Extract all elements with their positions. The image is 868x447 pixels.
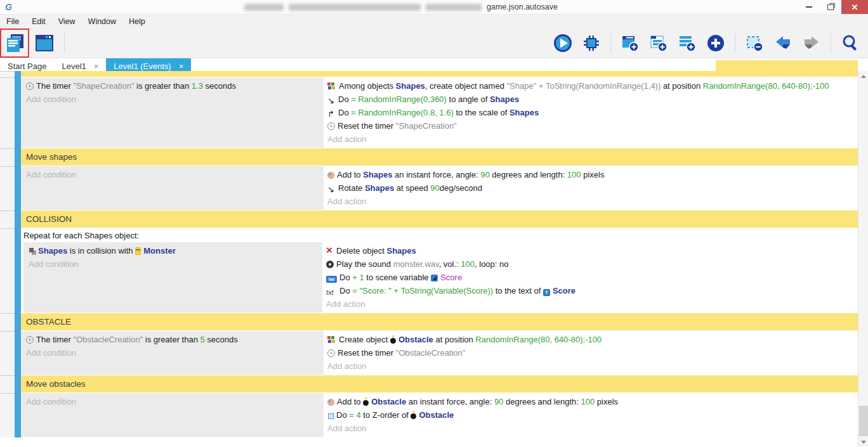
menu-file[interactable]: File — [0, 17, 25, 26]
text-segment: Do — [339, 273, 352, 282]
tab-close-icon[interactable]: × — [179, 62, 184, 71]
close-button[interactable]: ✕ — [841, 0, 868, 14]
group-header[interactable]: OBSTACLE — [21, 313, 868, 330]
event-selection-bar[interactable] — [15, 228, 21, 313]
scene-editor-icon[interactable] — [33, 32, 56, 55]
scrollbar-thumb[interactable] — [859, 406, 868, 436]
add-condition-link[interactable]: Add condition — [29, 257, 319, 271]
tab-close-icon[interactable]: × — [94, 62, 99, 71]
play-button[interactable] — [551, 32, 574, 55]
event-row: Add conditionAdd to Obstacle an instant … — [0, 393, 868, 437]
event-selection-bar[interactable] — [15, 77, 21, 148]
add-comment-button[interactable] — [676, 32, 699, 55]
add-other-event-button[interactable] — [704, 32, 727, 55]
action-line[interactable]: Do = "Score: " + ToString(Variable(Score… — [326, 284, 864, 297]
scroll-up-arrow-icon[interactable] — [858, 71, 868, 81]
add-subevent-button[interactable] — [647, 32, 670, 55]
text-segment: an instant force, angle: — [392, 170, 480, 179]
action-line[interactable]: Rotate Shapes at speed 90deg/second — [327, 181, 864, 195]
add-action-link[interactable]: Add action — [326, 297, 864, 311]
event-selection-bar[interactable] — [15, 331, 21, 375]
minimize-button[interactable] — [798, 0, 820, 14]
group-label: COLLISION — [26, 214, 72, 224]
group-header[interactable]: COLLISION — [21, 211, 868, 228]
tab-label: Start Page — [8, 62, 46, 71]
row-body: COLLISION — [21, 211, 868, 228]
add-condition-link[interactable]: Add condition — [26, 168, 320, 181]
add-action-link[interactable]: Add action — [327, 422, 864, 435]
text-segment: , loop: — [475, 259, 499, 269]
action-line[interactable]: Reset the timer "ShapeCreation" — [327, 119, 864, 133]
text-segment: seconds — [205, 335, 238, 344]
vertical-scrollbar[interactable] — [858, 71, 868, 447]
event-row: The timer "ObstacleCreation" is greater … — [0, 331, 868, 375]
action-line[interactable]: Do = RandomInRange(0,360) to angle of Sh… — [327, 93, 864, 106]
event-selection-bar[interactable] — [15, 393, 21, 437]
group-row: Move shapes — [0, 148, 868, 166]
event-selection-bar[interactable] — [15, 375, 21, 393]
restore-button[interactable] — [820, 0, 841, 14]
window-controls: ✕ — [798, 0, 868, 14]
window-title-text: game.json.autosave — [487, 3, 558, 11]
event-selection-bar[interactable] — [15, 313, 21, 331]
add-event-button[interactable] — [619, 32, 641, 55]
menu-window[interactable]: Window — [82, 17, 122, 26]
debug-button[interactable] — [580, 32, 603, 55]
text-segment: Obstacle — [419, 410, 454, 420]
text-segment: seconds — [203, 81, 236, 91]
action-line[interactable]: Create object Obstacle at position Rando… — [327, 333, 864, 346]
action-line[interactable]: Do = 4 to Z-order of Obstacle — [327, 408, 864, 422]
text-segment: = 4 — [349, 410, 360, 420]
event-selection-bar[interactable] — [15, 71, 21, 77]
add-condition-link[interactable]: Add condition — [26, 93, 320, 106]
event-gutter — [0, 148, 15, 166]
group-label: Move obstacles — [26, 379, 86, 389]
action-line[interactable]: Add to Shapes an instant force, angle: 9… — [327, 168, 864, 181]
add-condition-link[interactable]: Add condition — [26, 395, 320, 408]
condition-line[interactable]: The timer "ObstacleCreation" is greater … — [26, 333, 320, 346]
text-segment: an instant force, angle: — [406, 397, 494, 406]
add-action-link[interactable]: Add action — [327, 195, 864, 208]
remove-event-button[interactable] — [743, 32, 766, 55]
group-header[interactable]: Move obstacles — [21, 375, 868, 392]
menu-help[interactable]: Help — [122, 17, 152, 26]
monster-icon — [135, 247, 141, 255]
action-line[interactable]: Do + 1 to scene variable Score — [326, 271, 864, 284]
actions-cell: Create object Obstacle at position Rando… — [324, 331, 868, 375]
group-header[interactable]: Move shapes — [21, 148, 868, 165]
event-selection-bar[interactable] — [15, 166, 21, 211]
redo-button[interactable] — [800, 32, 823, 55]
action-line[interactable]: Reset the timer "ObstacleCreation" — [327, 346, 864, 360]
action-line[interactable]: Among objects Shapes, create object name… — [327, 79, 864, 93]
add-action-link[interactable]: Add action — [327, 133, 864, 146]
repeat-header[interactable]: Repeat for each Shapes object: — [21, 228, 868, 242]
condition-line[interactable]: The timer "ShapeCreation" is greater tha… — [26, 79, 320, 93]
add-condition-link[interactable]: Add condition — [26, 346, 320, 360]
text-segment: no — [499, 259, 508, 269]
menu-view[interactable]: View — [52, 17, 82, 26]
action-line[interactable]: Do = RandomInRange(0.8, 1.6) to the scal… — [327, 106, 864, 119]
text-segment: to the text of — [493, 286, 543, 295]
actions-cell: Delete object ShapesPlay the sound monst… — [322, 242, 868, 313]
condition-line[interactable]: Shapes is in collision with Monster — [29, 244, 319, 257]
undo-button[interactable] — [772, 32, 794, 55]
partial-group-header[interactable] — [21, 71, 868, 77]
action-line[interactable]: Play the sound monster.wav, vol.: 100, l… — [326, 257, 864, 271]
conditions-cell: Add condition — [21, 393, 324, 437]
menu-edit[interactable]: Edit — [25, 17, 52, 26]
text-segment: Shapes — [387, 246, 416, 256]
bomb-icon — [363, 400, 369, 406]
action-line[interactable]: Add to Obstacle an instant force, angle:… — [327, 395, 864, 408]
action-line[interactable]: Delete object Shapes — [326, 244, 864, 257]
event-selection-bar[interactable] — [15, 211, 21, 228]
event-gutter — [0, 393, 15, 437]
event-selection-bar[interactable] — [15, 148, 21, 166]
event-gutter — [0, 211, 15, 228]
search-button[interactable] — [839, 32, 862, 55]
text-segment: Among objects — [339, 81, 396, 91]
event-row: Add conditionAdd to Shapes an instant fo… — [0, 166, 868, 211]
scroll-down-arrow-icon[interactable] — [858, 437, 868, 447]
text-segment: Shapes — [365, 183, 394, 193]
text-segment: "Shape" + ToString(RandomInRange(1,4)) — [507, 81, 661, 91]
add-action-link[interactable]: Add action — [327, 360, 864, 373]
